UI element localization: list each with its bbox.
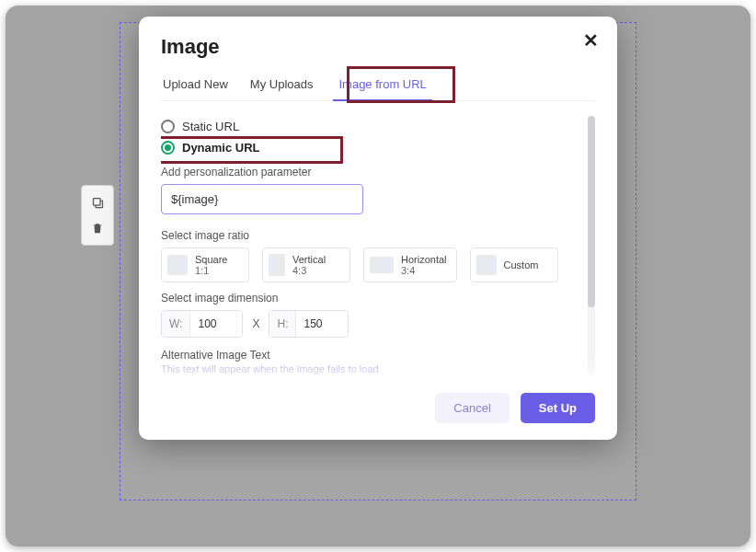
- alt-section: Alternative Image Text This text will ap…: [161, 349, 582, 374]
- width-input[interactable]: [190, 311, 242, 337]
- tab-my-uploads[interactable]: My Uploads: [248, 72, 315, 100]
- height-input[interactable]: [296, 311, 348, 337]
- app-background: ✕ Image Upload New My Uploads Image from…: [6, 6, 750, 546]
- alt-label: Alternative Image Text: [161, 349, 582, 362]
- modal-footer: Cancel Set Up: [161, 387, 595, 423]
- ratio-thumb-icon: [370, 257, 394, 273]
- dimension-label: Select image dimension: [161, 292, 582, 305]
- ratio-thumb-icon: [167, 255, 188, 275]
- height-prefix: H:: [269, 311, 296, 337]
- height-box: H:: [269, 310, 349, 338]
- cancel-button[interactable]: Cancel: [435, 393, 509, 423]
- dimension-separator: X: [252, 317, 259, 330]
- radio-icon: [161, 141, 175, 155]
- ratio-thumb-icon: [476, 255, 497, 275]
- radio-dynamic-url[interactable]: Dynamic URL: [161, 137, 582, 158]
- tab-image-from-url[interactable]: Image from URL: [333, 72, 431, 100]
- setup-button[interactable]: Set Up: [521, 393, 595, 423]
- ratio-options: Square 1:1 Vertical 4:3: [161, 247, 582, 282]
- radio-icon: [161, 120, 175, 133]
- close-icon[interactable]: ✕: [583, 31, 599, 50]
- radio-static-url[interactable]: Static URL: [161, 116, 582, 137]
- image-modal: ✕ Image Upload New My Uploads Image from…: [139, 17, 617, 440]
- ratio-horizontal[interactable]: Horizontal 3:4: [363, 247, 457, 282]
- scrollbar[interactable]: [588, 116, 595, 374]
- param-label: Add personalization parameter: [161, 166, 582, 178]
- ratio-label: Select image ratio: [161, 229, 582, 242]
- alt-helper-text: This text will appear when the image fai…: [161, 363, 582, 374]
- width-prefix: W:: [162, 311, 190, 337]
- url-type-group: Static URL Dynamic URL: [161, 116, 582, 158]
- modal-scroll-area: Static URL Dynamic URL Add personalizati…: [161, 116, 595, 374]
- scrollbar-thumb[interactable]: [588, 116, 595, 307]
- radio-label: Static URL: [182, 120, 239, 133]
- modal-overlay: ✕ Image Upload New My Uploads Image from…: [6, 6, 750, 546]
- width-box: W:: [161, 310, 243, 338]
- radio-label: Dynamic URL: [182, 141, 260, 155]
- modal-title: Image: [161, 35, 595, 59]
- ratio-custom[interactable]: Custom: [470, 247, 558, 282]
- tab-upload-new[interactable]: Upload New: [161, 72, 230, 100]
- personalization-input[interactable]: [161, 184, 363, 214]
- dimension-row: W: X H:: [161, 310, 582, 338]
- ratio-thumb-icon: [269, 254, 285, 276]
- ratio-vertical[interactable]: Vertical 4:3: [262, 247, 350, 282]
- tabs: Upload New My Uploads Image from URL: [161, 72, 595, 101]
- ratio-square[interactable]: Square 1:1: [161, 247, 249, 282]
